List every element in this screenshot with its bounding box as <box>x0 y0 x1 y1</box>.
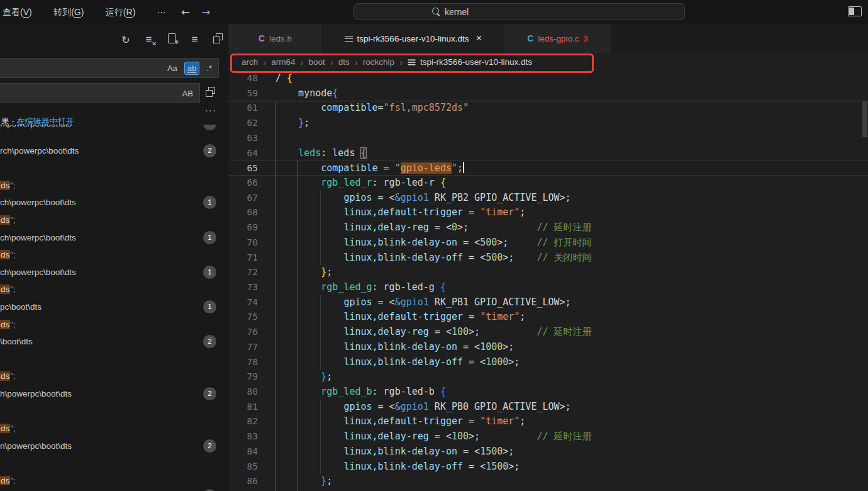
search-match-row[interactable]: ds"; <box>0 316 228 334</box>
line-number: 61 <box>228 101 258 116</box>
search-file-row[interactable]: \boot\dts2 <box>0 333 228 351</box>
search-results-list: h\powerpc\boot\dtsrch\powerpc\boot\dts2d… <box>0 125 228 491</box>
code-line[interactable]: 71 linux,blink-delay-off = <500>; // 关闭时… <box>228 251 868 266</box>
search-file-row[interactable]: ch\powerpc\boot\dts1 <box>0 264 228 281</box>
tab-bar: C leds.h tspi-rk3566-user-v10-linux.dts … <box>228 24 868 53</box>
tab-leds-gpio-c[interactable]: C leds-gpio.c 3 <box>504 24 611 53</box>
search-match-row[interactable]: ds"; <box>0 281 228 298</box>
breadcrumb-item[interactable]: arch <box>242 57 258 67</box>
results-more-actions-icon[interactable]: ··· <box>205 104 216 115</box>
line-number: 82 <box>228 414 258 429</box>
search-blank-row <box>0 351 228 368</box>
match-count-badge: 2 <box>203 439 216 453</box>
code-editor[interactable]: 61 compatible="fsl,mpc8572ds"62 };6364 l… <box>228 101 868 491</box>
close-icon[interactable]: × <box>476 32 482 45</box>
view-as-list-icon[interactable]: ≡ <box>187 33 203 46</box>
search-match-row[interactable]: ds"; <box>0 246 228 264</box>
code-line[interactable]: 72 }; <box>228 265 868 280</box>
search-file-row[interactable]: ch\powerpc\boot\dts1 <box>0 194 228 212</box>
code-line[interactable]: 82 linux,default-trigger = "timer"; <box>228 414 868 429</box>
menu-run[interactable]: 运行(R) <box>106 0 135 24</box>
command-center-search[interactable]: kernel <box>353 3 685 20</box>
code-line[interactable]: 70 linux,blink-delay-on = <500>; // 打开时间 <box>228 235 868 251</box>
line-number: 77 <box>228 340 258 355</box>
menu-view[interactable]: 查看(V) <box>3 0 32 24</box>
search-match-row[interactable]: ds"; <box>0 472 228 490</box>
back-arrow-icon[interactable]: ← <box>181 6 190 18</box>
code-line[interactable]: 80 rgb_led_b: rgb-led-b { <box>228 385 868 400</box>
code-line[interactable]: 68 linux,default-trigger = "timer"; <box>228 205 868 220</box>
tab-label: leds-gpio.c <box>538 34 579 43</box>
replace-all-icon[interactable] <box>205 87 215 99</box>
clear-search-results-icon[interactable]: ≡✕ <box>142 33 157 46</box>
code-line[interactable]: 69 linux,delay-reg = <0>; // 延时注册 <box>228 220 868 235</box>
code-line[interactable]: 86 }; <box>228 474 868 489</box>
menu-goto[interactable]: 转到(G) <box>53 0 84 24</box>
open-search-editor-icon[interactable]: + <box>164 33 179 46</box>
code-line[interactable]: 65 compatible = "gpio-leds"; <box>228 161 868 176</box>
whole-word-toggle[interactable]: ab <box>184 62 199 75</box>
breadcrumb-item[interactable]: dts <box>338 57 350 67</box>
match-case-toggle[interactable]: Aa <box>165 62 180 74</box>
search-file-row[interactable]: h\powerpc\boot\dts2 <box>0 385 228 403</box>
code-line[interactable]: 81 gpios = <&gpio1 RK_PB0 GPIO_ACTIVE_LO… <box>228 400 868 415</box>
line-number: 69 <box>228 220 258 235</box>
menu-bar: 查看(V) 转到(G) 运行(R) ⋯ <box>3 0 185 24</box>
code-line[interactable]: 64 leds: leds { <box>228 146 868 161</box>
search-file-row[interactable]: rch\powerpc\boot\dts2 <box>0 142 228 160</box>
line-number: 65 <box>228 161 258 175</box>
search-match-row[interactable]: ds"; <box>0 420 228 437</box>
line-number: 72 <box>228 265 258 280</box>
code-line[interactable]: 74 gpios = <&gpio1 RK_PB1 GPIO_ACTIVE_LO… <box>228 295 868 310</box>
search-file-row[interactable]: pc\boot\dts1 <box>0 298 228 316</box>
replace-input[interactable]: AB <box>0 83 200 103</box>
breadcrumb-item[interactable]: boot <box>309 57 325 67</box>
code-line[interactable]: 63 <box>228 131 868 146</box>
problems-count-badge: 3 <box>584 34 588 43</box>
code-line[interactable]: 48/ { <box>228 71 868 86</box>
search-input[interactable]: Aa ab .* <box>0 58 219 78</box>
search-file-row[interactable]: ch\powerpc\boot\dts1 <box>0 229 228 247</box>
code-line[interactable]: 67 gpios = <&gpio1 RK_PB2 GPIO_ACTIVE_LO… <box>228 191 868 206</box>
search-file-row[interactable]: n\powerpc\boot\dts2 <box>0 437 228 455</box>
code-line[interactable]: 78 linux,blink-delay-off = <1000>; <box>228 355 868 370</box>
code-line[interactable]: 61 compatible="fsl,mpc8572ds" <box>228 101 868 116</box>
code-line[interactable]: 77 linux,blink-delay-on = <1000>; <box>228 340 868 355</box>
regex-toggle[interactable]: .* <box>204 62 214 74</box>
toggle-sidebar-icon[interactable] <box>848 6 862 16</box>
breadcrumb-item[interactable]: rockchip <box>363 57 394 67</box>
code-line[interactable]: 75 linux,default-trigger = "timer"; <box>228 310 868 325</box>
line-number: 48 <box>228 71 258 86</box>
indent-guide <box>298 161 298 491</box>
forward-arrow-icon[interactable]: → <box>201 6 210 18</box>
code-line[interactable]: 83 linux,delay-reg = <100>; // 延时注册 <box>228 429 868 444</box>
tab-tspi-dts[interactable]: tspi-rk3566-user-v10-linux.dts × <box>323 24 504 53</box>
code-line[interactable]: 66 rgb_led_r: rgb-led-r { <box>228 176 868 191</box>
code-line[interactable]: 59 mynode{ <box>228 86 868 101</box>
line-number: 64 <box>228 146 258 161</box>
search-match-row[interactable]: ds"; <box>0 212 228 229</box>
sticky-scroll: 48/ {59 mynode{ <box>228 71 868 101</box>
code-line[interactable]: 73 rgb_led_g: rgb-led-g { <box>228 280 868 295</box>
tab-leds-h[interactable]: C leds.h <box>228 24 323 53</box>
code-line[interactable]: 76 linux,delay-reg = <100>; // 延时注册 <box>228 325 868 340</box>
match-count-badge: 1 <box>203 196 216 209</box>
code-line[interactable]: 85 linux,blink-delay-off = <1500>; <box>228 460 868 475</box>
match-count-badge: 2 <box>203 144 216 157</box>
code-line[interactable]: 79 }; <box>228 370 868 385</box>
code-line[interactable]: 84 linux,blink-delay-on = <1500>; <box>228 444 868 460</box>
code-line[interactable]: 62 }; <box>228 116 868 131</box>
search-match-row[interactable]: ds"; <box>0 368 228 385</box>
search-file-row[interactable]: h\powerpc\boot\dts <box>0 125 228 142</box>
list-file-icon <box>345 35 353 42</box>
search-match-row[interactable]: ds"; <box>0 177 228 195</box>
breadcrumb-item[interactable]: arm64 <box>271 57 295 67</box>
breadcrumb-file[interactable]: tspi-rk3566-user-v10-linux.dts <box>408 57 532 67</box>
search-blank-row <box>0 403 228 420</box>
preserve-case-toggle[interactable]: AB <box>180 87 196 99</box>
menu-more[interactable]: ⋯ <box>157 0 166 24</box>
collapse-all-icon[interactable] <box>210 33 225 46</box>
refresh-icon[interactable]: ↻ <box>118 34 133 46</box>
breadcrumb: arch›arm64›boot›dts›rockchip›tspi-rk3566… <box>228 53 868 71</box>
sidebar-editor-divider[interactable] <box>228 24 228 491</box>
